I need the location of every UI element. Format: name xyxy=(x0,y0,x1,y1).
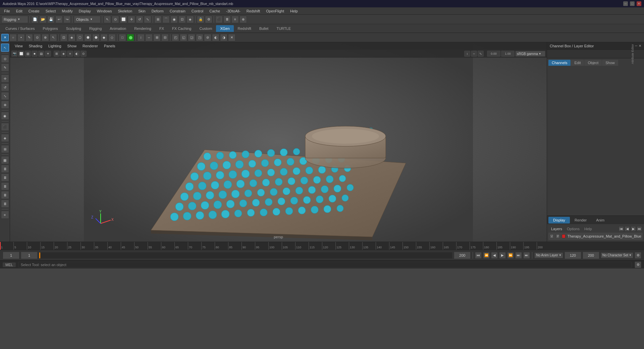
vp-solid-btn[interactable]: ■ xyxy=(32,51,38,57)
vp-menu-panels[interactable]: Panels xyxy=(101,43,118,49)
vp-xray-btn[interactable]: ◐ xyxy=(74,51,80,57)
rpb-tab-display[interactable]: Display xyxy=(548,217,570,223)
pb-next-key-btn[interactable]: ⏭ xyxy=(515,252,522,259)
menu-file[interactable]: File xyxy=(1,8,13,14)
layer-nav-prev2-btn[interactable]: ⏮ xyxy=(619,226,624,232)
xgen-extra1-button[interactable]: ◰ xyxy=(172,34,179,41)
xgen-snap3-button[interactable]: ⊞ xyxy=(153,34,161,41)
snap-curve-button[interactable]: ⌒ xyxy=(162,16,170,23)
menu-modify[interactable]: Modify xyxy=(59,8,75,14)
layer3-lt[interactable]: ≣ xyxy=(1,173,9,182)
vp-snap-btn[interactable]: ◈ xyxy=(60,51,66,57)
menu-control[interactable]: Control xyxy=(189,8,206,14)
cb-tab-edit[interactable]: Edit xyxy=(571,60,584,66)
frame-range-end-field[interactable]: 120 xyxy=(565,252,581,259)
render-button[interactable]: ⚙ xyxy=(205,16,212,23)
layer4-lt[interactable]: ≣ xyxy=(1,182,9,190)
show-manipulators-lt[interactable]: ⊞ xyxy=(1,145,9,153)
xgen-select-button[interactable]: ✕ xyxy=(1,34,9,41)
objects-dropdown[interactable]: Objects ▼ xyxy=(74,16,101,23)
snap-surface-button[interactable]: ◈ xyxy=(186,16,194,23)
redo-button[interactable]: ↪ xyxy=(63,16,71,23)
pb-start-btn[interactable]: ⏮ xyxy=(475,252,482,259)
xgen-point-button[interactable]: • xyxy=(17,34,25,41)
move-lt[interactable]: ✛ xyxy=(1,74,9,83)
xgen-extra4-button[interactable]: ◳ xyxy=(196,34,203,41)
soft-select-lt[interactable]: ◉ xyxy=(1,112,9,120)
vp-menu-lighting[interactable]: Lighting xyxy=(46,43,64,49)
rp-close-btn[interactable]: ✕ xyxy=(639,44,641,48)
cb-tab-show[interactable]: Show xyxy=(602,60,618,66)
status-settings-btn[interactable]: ⚙ xyxy=(635,261,641,268)
misc-lt[interactable]: ≡ xyxy=(1,211,9,219)
vp-menu-renderer[interactable]: Renderer xyxy=(80,43,101,49)
snap-point-button[interactable]: ◉ xyxy=(170,16,178,23)
xgen-tool7-button[interactable]: ⬢ xyxy=(84,34,92,41)
tab-animation[interactable]: Animation xyxy=(106,25,130,32)
layer-visibility-btn[interactable]: V xyxy=(550,234,554,239)
vp-field1[interactable]: 0.00 xyxy=(487,51,500,57)
tab-rendering[interactable]: Rendering xyxy=(130,25,155,32)
snap-view-button[interactable]: ⊡ xyxy=(178,16,186,23)
tab-curves-surfaces[interactable]: Curves / Surfaces xyxy=(1,25,39,32)
vp-menu-shading[interactable]: Shading xyxy=(26,43,45,49)
xgen-tool10-button[interactable]: ◇ xyxy=(108,34,116,41)
new-file-button[interactable]: 📄 xyxy=(31,16,39,23)
tab-bullet[interactable]: Bullet xyxy=(255,25,273,32)
move-tool-button[interactable]: ✛ xyxy=(128,16,135,23)
vp-grid-btn[interactable]: ⊞ xyxy=(54,51,60,57)
character-set-dropdown[interactable]: No Character Set ▼ xyxy=(601,252,633,258)
minimize-button[interactable]: ─ xyxy=(623,1,628,6)
tab-fx-caching[interactable]: FX Caching xyxy=(168,25,195,32)
render-global-button[interactable]: 🔒 xyxy=(197,16,204,23)
layer-nav-next-btn[interactable]: ▶ xyxy=(631,226,636,232)
tab-redshift[interactable]: Redshift xyxy=(234,25,255,32)
xgen-tool9-button[interactable]: ◆ xyxy=(100,34,108,41)
tab-xgen[interactable]: XGen xyxy=(216,25,233,32)
rp-minimize-btn[interactable]: ─ xyxy=(635,44,637,48)
layer-nav-prev-btn[interactable]: ◀ xyxy=(625,226,630,232)
layer-nav-next2-btn[interactable]: ⏭ xyxy=(637,226,642,232)
mode-dropdown[interactable]: Rigging ▼ xyxy=(1,16,28,23)
select-tool-lt[interactable]: ↖ xyxy=(1,44,9,52)
xgen-extra6-button[interactable]: ◐ xyxy=(212,34,219,41)
save-file-button[interactable]: 💾 xyxy=(47,16,55,23)
menu-select[interactable]: Select xyxy=(43,8,59,14)
status-mode-label[interactable]: MEL xyxy=(3,262,16,267)
xgen-extra3-button[interactable]: ◲ xyxy=(188,34,195,41)
vp-scale-pivot-btn[interactable]: ⤡ xyxy=(478,51,484,57)
xgen-tool1-button[interactable]: ⊙ xyxy=(34,34,41,41)
xgen-tool6-button[interactable]: ⬡ xyxy=(76,34,84,41)
layer2-lt[interactable]: ≣ xyxy=(1,165,9,173)
menu-deform[interactable]: Deform xyxy=(149,8,166,14)
vp-wire-btn[interactable]: ▧ xyxy=(25,51,31,57)
rpb-tab-render[interactable]: Render xyxy=(570,217,591,223)
select-marquee-button[interactable]: ⬜ xyxy=(120,16,127,23)
mel-command-input[interactable]: Select Tool: select an object xyxy=(18,262,632,268)
pb-prev-key-btn[interactable]: ⏪ xyxy=(483,252,490,259)
menu-cache[interactable]: Cache xyxy=(207,8,223,14)
menu-display[interactable]: Display xyxy=(76,8,94,14)
layer1-lt[interactable]: ▦ xyxy=(1,156,9,164)
tab-polygons[interactable]: Polygons xyxy=(39,25,62,32)
vp-menu-show[interactable]: Show xyxy=(65,43,79,49)
frame-range-end2-field[interactable]: 200 xyxy=(583,252,599,259)
menu-skeleton[interactable]: Skeleton xyxy=(115,8,135,14)
rpb-tab-anim[interactable]: Anim xyxy=(591,217,609,223)
render-region-lt[interactable]: ◈ xyxy=(1,134,9,142)
xgen-draw-button[interactable]: ✎ xyxy=(25,34,33,41)
pb-play-btn[interactable]: ▶ xyxy=(499,252,506,259)
menu-redshift[interactable]: Redshift xyxy=(244,8,263,14)
vp-camera-btn[interactable]: 📷 xyxy=(11,51,17,57)
pb-prev-frame-btn[interactable]: ◀ xyxy=(491,252,498,259)
pb-settings-btn[interactable]: ⚙ xyxy=(635,252,641,259)
close-button[interactable]: ✕ xyxy=(637,1,641,6)
menu-3dtoall[interactable]: -3DtoAll- xyxy=(223,8,243,14)
layers-tab-layers[interactable]: Layers xyxy=(549,226,564,232)
viewport[interactable]: X Y Z View Shading Lighting Show Rendere… xyxy=(10,42,547,242)
range-start-field[interactable]: 1 xyxy=(21,252,38,259)
layer-item-1[interactable]: V P Therapy_Acupressure_Mat_and_Pillow_B… xyxy=(548,233,643,240)
cb-tab-channels[interactable]: Channels xyxy=(548,60,571,66)
pb-end-btn[interactable]: ⏭ xyxy=(523,252,530,259)
tab-fx[interactable]: FX xyxy=(155,25,168,32)
